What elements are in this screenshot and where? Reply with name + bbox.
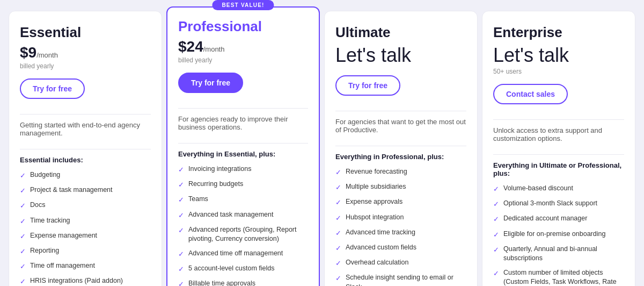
feature-item: ✓ Reporting: [20, 246, 151, 256]
pricing-grid: Essential $9/month billed yearlyTry for …: [6, 11, 638, 286]
feature-text: 5 account-level custom fields: [188, 264, 275, 274]
feature-item: ✓ Advanced time off management: [178, 249, 308, 259]
price-currency: $24: [178, 38, 203, 55]
divider-enterprise: [493, 119, 624, 120]
features-heading-enterprise: Everything in Ultimate or Professional, …: [493, 161, 624, 177]
feature-item: ✓ Advanced task management: [178, 210, 308, 220]
check-icon: ✓: [178, 165, 184, 175]
per-month: /month: [36, 51, 58, 59]
feature-text: Advanced custom fields: [346, 243, 416, 253]
plan-description-essential: Getting started with end-to-end agency m…: [20, 121, 151, 140]
features-heading-professional: Everything in Essential, plus:: [178, 150, 308, 158]
feature-text: HRIS integrations (Paid addon): [30, 276, 123, 286]
check-icon: ✓: [20, 171, 26, 181]
check-icon: ✓: [178, 180, 184, 190]
check-icon: ✓: [493, 269, 499, 278]
feature-text: Project & task management: [30, 185, 113, 195]
feature-text: Time off management: [30, 261, 95, 271]
check-icon: ✓: [20, 262, 26, 271]
feature-text: Expense management: [30, 231, 97, 241]
check-icon: ✓: [20, 186, 26, 196]
feature-text: Invoicing integrations: [188, 165, 251, 174]
feature-item: ✓ Expense approvals: [335, 197, 466, 208]
check-icon: ✓: [335, 183, 341, 192]
plan-card-professional: BEST VALUE!Professional $24/month billed…: [166, 6, 320, 286]
check-icon: ✓: [335, 168, 341, 177]
feature-text: Advanced task management: [188, 210, 273, 220]
divider2-enterprise: [493, 154, 624, 155]
plan-price-large-enterprise: Let's talk: [493, 44, 624, 67]
check-icon: ✓: [178, 280, 184, 286]
feature-text: Schedule insight sending to email or Sla…: [346, 273, 466, 286]
feature-text: Teams: [188, 195, 208, 204]
check-icon: ✓: [335, 198, 341, 208]
check-icon: ✓: [335, 228, 341, 238]
feature-text: Recurring budgets: [188, 180, 243, 189]
billed-info-essential: billed yearly: [20, 62, 151, 70]
check-icon: ✓: [493, 184, 499, 194]
check-icon: ✓: [335, 244, 341, 253]
plan-price-large-ultimate: Let's talk: [335, 44, 466, 67]
plan-price-essential: $9/month: [20, 44, 151, 61]
feature-text: Multiple subsidiaries: [346, 182, 406, 192]
check-icon: ✓: [20, 232, 26, 241]
per-month: /month: [203, 45, 225, 53]
feature-text: Time tracking: [30, 216, 70, 226]
check-icon: ✓: [20, 217, 26, 226]
feature-text: Budgeting: [30, 170, 60, 180]
feature-item: ✓ Advanced time tracking: [335, 228, 466, 238]
feature-text: Advanced time off management: [188, 249, 283, 259]
feature-text: Expense approvals: [346, 197, 402, 207]
features-heading-ultimate: Everything in Professional, plus:: [335, 153, 466, 161]
feature-item: ✓ Billable time approvals: [178, 279, 308, 286]
feature-item: ✓ Advanced custom fields: [335, 243, 466, 253]
cta-button-professional[interactable]: Try for free: [178, 73, 243, 93]
feature-text: Overhead calculation: [346, 258, 408, 268]
feature-item: ✓ Recurring budgets: [178, 180, 308, 190]
check-icon: ✓: [335, 259, 341, 268]
divider2-ultimate: [335, 146, 466, 146]
check-icon: ✓: [178, 249, 184, 259]
feature-text: Docs: [30, 201, 45, 210]
feature-item: ✓ 5 account-level custom fields: [178, 264, 308, 274]
check-icon: ✓: [178, 226, 184, 235]
feature-item: ✓ Budgeting: [20, 170, 151, 181]
feature-item: ✓ Optional 3-month Slack support: [493, 199, 624, 209]
plan-price-professional: $24/month: [178, 38, 308, 55]
feature-item: ✓ Revenue forecasting: [335, 167, 466, 177]
best-value-badge: BEST VALUE!: [212, 0, 274, 10]
check-icon: ✓: [493, 230, 499, 240]
feature-item: ✓ Advanced reports (Grouping, Report piv…: [178, 225, 308, 244]
feature-item: ✓ Project & task management: [20, 185, 151, 196]
divider-ultimate: [335, 111, 466, 111]
plan-name-ultimate: Ultimate: [335, 24, 466, 41]
plan-card-enterprise: EnterpriseLet's talk50+ usersContact sal…: [482, 11, 635, 286]
check-icon: ✓: [493, 199, 499, 209]
plan-description-ultimate: For agencies that want to get the most o…: [335, 118, 466, 137]
cta-button-enterprise[interactable]: Contact sales: [493, 84, 568, 104]
feature-text: Optional 3-month Slack support: [503, 199, 597, 209]
feature-item: ✓ Overhead calculation: [335, 258, 466, 268]
features-heading-essential: Essential includes:: [20, 156, 151, 164]
feature-item: ✓ Quarterly, Annual and bi-annual subscr…: [493, 245, 624, 263]
cta-button-ultimate[interactable]: Try for free: [335, 75, 400, 96]
feature-item: ✓ Expense management: [20, 231, 151, 241]
plan-name-enterprise: Enterprise: [493, 24, 624, 41]
feature-item: ✓ Teams: [178, 195, 308, 205]
cta-button-essential[interactable]: Try for free: [20, 78, 85, 99]
check-icon: ✓: [178, 264, 184, 274]
plan-card-essential: Essential $9/month billed yearlyTry for …: [9, 11, 162, 286]
plan-name-essential: Essential: [20, 24, 151, 41]
plan-description-professional: For agencies ready to improve their busi…: [178, 115, 308, 134]
check-icon: ✓: [335, 274, 341, 283]
divider-essential: [20, 114, 151, 115]
feature-item: ✓ Time off management: [20, 261, 151, 271]
feature-item: ✓ Time tracking: [20, 216, 151, 226]
feature-item: ✓ Schedule insight sending to email or S…: [335, 273, 466, 286]
plan-card-ultimate: UltimateLet's talkTry for freeFor agenci…: [324, 11, 478, 286]
divider-professional: [178, 108, 308, 109]
plan-name-professional: Professional: [178, 18, 308, 35]
billed-info-professional: billed yearly: [178, 56, 308, 64]
feature-item: ✓ Custom number of limited objects (Cust…: [493, 268, 624, 286]
feature-item: ✓ Docs: [20, 201, 151, 211]
